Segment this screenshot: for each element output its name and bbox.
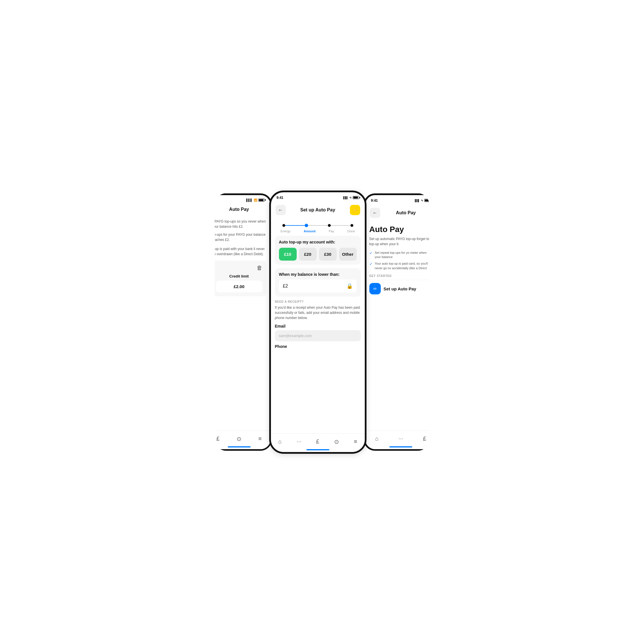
- balance-card: When my balance is lower than: £2 🔒: [275, 268, 361, 297]
- status-bar-right: 9:41 ▌▌▌ ∿: [365, 195, 436, 205]
- nav-menu-center[interactable]: ≡: [354, 438, 357, 445]
- setup-autopay-btn[interactable]: ∞ Set up Auto Pay: [369, 283, 432, 294]
- step-dot-4: [350, 224, 353, 227]
- amount-label-other: Other: [342, 252, 353, 257]
- wifi-icon-left: 📶: [254, 199, 257, 202]
- amount-label-30: £30: [324, 252, 331, 257]
- signal-icon-center: ▌▌▌: [343, 196, 348, 199]
- bottom-nav-left: £ ⊙ ≡: [208, 431, 270, 449]
- nav-item-menu-left[interactable]: ≡: [258, 435, 262, 442]
- progress-bar: [277, 220, 359, 231]
- nav-account-center[interactable]: £: [316, 438, 319, 445]
- amount-btn-20[interactable]: £20: [299, 248, 317, 261]
- step-dot-2: [305, 224, 308, 227]
- nav-item-help-left[interactable]: ⊙: [237, 435, 241, 442]
- credit-label: Credit limit: [216, 274, 262, 278]
- account-icon-right: £: [423, 435, 426, 442]
- battery-icon-right: [424, 199, 431, 202]
- checkmark-1: ✓: [369, 251, 372, 255]
- step-amount: Amount: [304, 229, 316, 233]
- step-pay: Pay: [329, 229, 334, 233]
- lightning-icon: ⚡: [352, 207, 358, 213]
- nav-bar-left: [228, 446, 251, 447]
- amount-label-20: £20: [304, 252, 311, 257]
- setup-autopay-label: Set up Auto Pay: [384, 286, 416, 291]
- account-icon-center: £: [316, 438, 319, 445]
- receipt-desc: If you'd like a receipt when your Auto P…: [275, 305, 361, 320]
- autopay-desc: Set up automatic PAYG top-up forget to t…: [369, 236, 432, 247]
- wifi-icon-center: ∿: [349, 196, 352, 199]
- step-dot-3: [328, 224, 331, 227]
- left-content: c PAYG top-ups so you never when your ba…: [208, 215, 270, 300]
- help-icon-center: ⊙: [334, 438, 339, 445]
- check-item-2: ✓ Your auto top-up is paid card, so you'…: [369, 261, 432, 270]
- status-bar-left: ▌▌▌ 📶: [208, 195, 270, 204]
- nav-help-center[interactable]: ⊙: [334, 438, 339, 445]
- bottom-nav-right: ⌂ ⋯ £: [365, 431, 436, 449]
- menu-icon-left: ≡: [258, 435, 262, 442]
- time-right: 9:41: [371, 199, 378, 203]
- signal-icon-right: ▌▌▌: [415, 199, 419, 202]
- amount-label-10: £10: [284, 252, 291, 257]
- left-text-3: o-up is paid with your bank ll never go …: [212, 246, 266, 257]
- infinity-icon: ∞: [369, 283, 381, 294]
- nav-bar-right: [389, 446, 412, 447]
- nav-item-pound-left[interactable]: £: [216, 435, 219, 442]
- home-icon-right: ⌂: [375, 435, 379, 442]
- trash-icon[interactable]: 🗑: [257, 265, 262, 271]
- step-line-3: [331, 225, 350, 226]
- check-item-1: ✓ Set repeat top-ups for yo meter when y…: [369, 251, 432, 259]
- nav-account-right[interactable]: £: [423, 435, 426, 442]
- step-done: Done: [347, 229, 355, 233]
- home-icon-center: ⌂: [278, 438, 282, 445]
- back-button-center[interactable]: ←: [276, 205, 286, 215]
- credit-value: £2.00: [216, 281, 262, 292]
- amount-btn-10[interactable]: £10: [279, 248, 297, 261]
- amount-btn-other[interactable]: Other: [339, 248, 357, 261]
- time-center: 9:41: [277, 196, 284, 200]
- nav-network-right[interactable]: ⋯: [399, 436, 403, 441]
- amount-btn-30[interactable]: £30: [319, 248, 337, 261]
- right-content: Auto Pay Set up automatic PAYG top-up fo…: [365, 221, 436, 299]
- check-text-1: Set repeat top-ups for yo meter when you…: [375, 251, 432, 259]
- topup-card: Auto top-up my account with: £10 £20 £30…: [275, 236, 361, 265]
- menu-icon-center: ≡: [354, 438, 357, 445]
- credit-section: 🗑 Credit limit £2.00: [212, 261, 266, 296]
- get-started-label: GET STARTED: [369, 274, 432, 278]
- header-center: ← Set up Auto Pay ⚡: [271, 202, 365, 218]
- status-bar-center: 9:41 ▌▌▌ ∿: [271, 192, 365, 202]
- step-energy: Energy: [281, 229, 291, 233]
- trash-icon-wrapper: 🗑: [216, 265, 262, 271]
- autopay-title: Auto Pay: [369, 225, 432, 234]
- status-icons-left: ▌▌▌ 📶: [246, 199, 264, 202]
- email-input[interactable]: sam@example.com: [275, 330, 361, 341]
- amount-grid: £10 £20 £30 Other: [279, 248, 357, 261]
- left-text-2: op-ups for your PAYG your balance reache…: [212, 232, 266, 242]
- lightning-button[interactable]: ⚡: [350, 205, 360, 215]
- nav-bar-center: [306, 449, 329, 450]
- step-labels: Energy Amount Pay Done: [277, 229, 359, 233]
- phone-left: ▌▌▌ 📶 Auto Pay c PAYG top-ups so you nev…: [206, 193, 272, 451]
- checkmark-2: ✓: [369, 262, 372, 266]
- balance-title: When my balance is lower than:: [279, 272, 357, 277]
- topup-title: Auto top-up my account with:: [279, 240, 357, 244]
- balance-input-row: £2 🔒: [279, 280, 357, 293]
- nav-home-center[interactable]: ⌂: [278, 438, 282, 445]
- status-icons-right: ▌▌▌ ∿: [415, 199, 430, 202]
- email-label: Email: [275, 324, 361, 328]
- balance-value: £2: [283, 284, 288, 289]
- lock-icon: 🔒: [346, 283, 353, 289]
- back-arrow-right: ←: [373, 210, 377, 215]
- nav-home-right[interactable]: ⌂: [375, 435, 379, 442]
- pound-icon-left: £: [216, 435, 219, 442]
- battery-icon-center: [353, 196, 359, 199]
- header-right: ← Auto Pay: [365, 205, 436, 221]
- nav-network-center[interactable]: ⋯: [297, 439, 301, 444]
- bottom-nav-center: ⌂ ⋯ £ ⊙ ≡: [271, 433, 365, 452]
- back-button-right[interactable]: ←: [370, 208, 380, 218]
- wifi-icon-right: ∿: [421, 199, 423, 202]
- phone-center: 9:41 ▌▌▌ ∿ ← Set up Auto Pay ⚡: [269, 191, 366, 454]
- header-left: Auto Pay: [208, 204, 270, 215]
- signal-icon-left: ▌▌▌: [246, 199, 252, 202]
- canvas: ▌▌▌ 📶 Auto Pay c PAYG top-ups so you nev…: [161, 161, 483, 483]
